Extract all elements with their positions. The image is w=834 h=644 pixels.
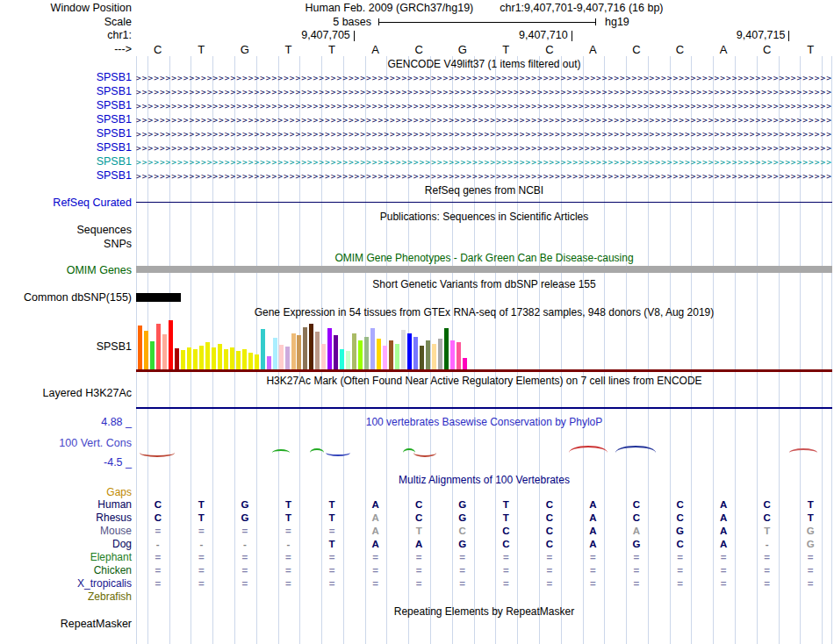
alignment-row[interactable]: Dog----TAAGCCAGCA-G <box>0 538 834 551</box>
gtex-bar[interactable] <box>321 344 326 369</box>
transcript-line[interactable]: >>>>>>>>>>>>>>>>>>>>>>>>>>>>>>>>>>>>>>>>… <box>136 99 832 113</box>
transcript-line[interactable]: >>>>>>>>>>>>>>>>>>>>>>>>>>>>>>>>>>>>>>>>… <box>136 141 832 155</box>
refseq-track[interactable] <box>136 197 832 209</box>
gtex-bar[interactable] <box>187 347 191 369</box>
gtex-bar[interactable] <box>309 324 313 369</box>
transcript-row[interactable]: SPSB1>>>>>>>>>>>>>>>>>>>>>>>>>>>>>>>>>>>… <box>0 141 834 155</box>
gtex-bar[interactable] <box>150 341 155 369</box>
transcript-row[interactable]: SPSB1>>>>>>>>>>>>>>>>>>>>>>>>>>>>>>>>>>>… <box>0 85 834 99</box>
gtex-bar[interactable] <box>303 327 307 369</box>
gtex-bar[interactable] <box>218 344 222 369</box>
gtex-bar[interactable] <box>193 349 198 369</box>
transcript-label[interactable]: SPSB1 <box>0 169 132 182</box>
gtex-bar[interactable] <box>199 346 204 369</box>
gtex-bar[interactable] <box>230 347 234 369</box>
gtex-bar[interactable] <box>432 344 436 369</box>
omim-track[interactable] <box>136 264 832 276</box>
alignment-row[interactable]: Mouse=====ATCCCAAGATG <box>0 525 834 538</box>
gtex-bar[interactable] <box>420 346 424 369</box>
publications-snps-row[interactable]: SNPs <box>0 238 834 251</box>
transcript-label[interactable]: SPSB1 <box>0 85 132 97</box>
gtex-bar[interactable] <box>426 340 430 369</box>
gtex-bar[interactable] <box>370 328 375 369</box>
gtex-bar[interactable] <box>242 349 247 369</box>
transcript-label[interactable]: SPSB1 <box>0 127 132 140</box>
refseq-row[interactable]: RefSeq Curated <box>0 197 834 209</box>
gtex-bar[interactable] <box>463 358 467 369</box>
gtex-bar[interactable] <box>273 338 277 369</box>
gtex-bar[interactable] <box>248 353 253 369</box>
gtex-bar[interactable] <box>327 328 332 369</box>
repeatmasker-label[interactable]: RepeatMasker <box>0 618 132 630</box>
gtex-bar[interactable] <box>138 326 142 369</box>
phylop-track[interactable] <box>136 439 832 465</box>
transcript-label[interactable]: SPSB1 <box>0 113 132 125</box>
gtex-bar[interactable] <box>175 348 179 369</box>
alignment-row[interactable]: Chicken================ <box>0 564 834 577</box>
gtex-bar[interactable] <box>358 340 363 369</box>
transcript-line[interactable]: >>>>>>>>>>>>>>>>>>>>>>>>>>>>>>>>>>>>>>>>… <box>136 127 832 141</box>
gtex-bar[interactable] <box>364 337 369 369</box>
gtex-bar[interactable] <box>162 334 167 369</box>
gtex-bar[interactable] <box>315 332 320 369</box>
alignment-row[interactable]: Zebrafish <box>0 590 834 604</box>
gtex-bar[interactable] <box>279 345 284 369</box>
phylop-track-label[interactable]: 100 Vert. Cons <box>0 437 132 449</box>
species-label[interactable]: Elephant <box>0 551 132 563</box>
gtex-bar[interactable] <box>255 354 259 369</box>
transcript-row[interactable]: SPSB1>>>>>>>>>>>>>>>>>>>>>>>>>>>>>>>>>>>… <box>0 169 834 183</box>
transcript-label[interactable]: SPSB1 <box>0 155 132 168</box>
omim-gene-bar[interactable] <box>136 266 832 273</box>
gtex-bar[interactable] <box>389 340 393 369</box>
publications-sequences-row[interactable]: Sequences <box>0 224 834 237</box>
gtex-bar[interactable] <box>334 335 338 369</box>
gtex-bar[interactable] <box>224 349 228 369</box>
species-label[interactable]: X_tropicalis <box>0 577 132 590</box>
transcript-line[interactable]: >>>>>>>>>>>>>>>>>>>>>>>>>>>>>>>>>>>>>>>>… <box>136 155 832 169</box>
h3k27ac-track[interactable] <box>136 387 832 409</box>
gtex-bar[interactable] <box>285 347 290 369</box>
gtex-bar[interactable] <box>297 335 301 369</box>
transcript-row[interactable]: SPSB1>>>>>>>>>>>>>>>>>>>>>>>>>>>>>>>>>>>… <box>0 155 834 169</box>
transcript-line[interactable]: >>>>>>>>>>>>>>>>>>>>>>>>>>>>>>>>>>>>>>>>… <box>136 85 832 99</box>
h3k27ac-label[interactable]: Layered H3K27Ac <box>0 387 132 399</box>
gtex-bar[interactable] <box>267 356 271 369</box>
gtex-bars[interactable] <box>136 319 832 372</box>
gtex-bar[interactable] <box>156 324 161 369</box>
transcript-label[interactable]: SPSB1 <box>0 141 132 154</box>
gtex-bar[interactable] <box>291 333 296 369</box>
gtex-bar[interactable] <box>181 350 185 369</box>
dbsnp-track[interactable] <box>136 291 832 304</box>
transcript-row[interactable]: SPSB1>>>>>>>>>>>>>>>>>>>>>>>>>>>>>>>>>>>… <box>0 99 834 113</box>
h3k27ac-row[interactable]: Layered H3K27Ac <box>0 387 834 409</box>
transcript-line[interactable]: >>>>>>>>>>>>>>>>>>>>>>>>>>>>>>>>>>>>>>>>… <box>136 169 832 183</box>
repeatmasker-row[interactable]: RepeatMasker <box>0 618 834 632</box>
gtex-bar[interactable] <box>413 337 418 369</box>
gtex-bar[interactable] <box>457 342 461 369</box>
transcript-label[interactable]: SPSB1 <box>0 99 132 111</box>
omim-row[interactable]: OMIM Genes <box>0 264 834 275</box>
gencode-transcripts[interactable]: SPSB1>>>>>>>>>>>>>>>>>>>>>>>>>>>>>>>>>>>… <box>0 71 834 183</box>
dbsnp-variant-bar[interactable] <box>136 293 181 302</box>
multiz-rows[interactable]: GapsHumanCTGTTACGTCACCACTRhesusCTGTTACGT… <box>0 486 834 605</box>
species-label[interactable]: Dog <box>0 538 132 550</box>
alignment-row[interactable]: RhesusCTGTTACGTCACCACT <box>0 512 834 525</box>
species-label[interactable]: Rhesus <box>0 512 132 524</box>
alignment-row[interactable]: Elephant================ <box>0 551 834 564</box>
dbsnp-row[interactable]: Common dbSNP(155) <box>0 291 834 304</box>
species-label[interactable]: Mouse <box>0 525 132 537</box>
dbsnp-label[interactable]: Common dbSNP(155) <box>0 291 132 304</box>
snps-label[interactable]: SNPs <box>0 238 132 250</box>
gtex-bar[interactable] <box>340 349 344 369</box>
alignment-row[interactable]: Gaps <box>0 486 834 499</box>
transcript-row[interactable]: SPSB1>>>>>>>>>>>>>>>>>>>>>>>>>>>>>>>>>>>… <box>0 127 834 141</box>
alignment-row[interactable]: X_tropicalis================ <box>0 577 834 590</box>
gtex-bar[interactable] <box>395 344 399 369</box>
gtex-gene-label[interactable]: SPSB1 <box>0 340 132 353</box>
sequences-label[interactable]: Sequences <box>0 224 132 236</box>
refseq-label[interactable]: RefSeq Curated <box>0 197 132 209</box>
species-label[interactable]: Chicken <box>0 564 132 576</box>
transcript-row[interactable]: SPSB1>>>>>>>>>>>>>>>>>>>>>>>>>>>>>>>>>>>… <box>0 71 834 85</box>
transcript-label[interactable]: SPSB1 <box>0 71 132 83</box>
gtex-bar[interactable] <box>236 351 241 369</box>
